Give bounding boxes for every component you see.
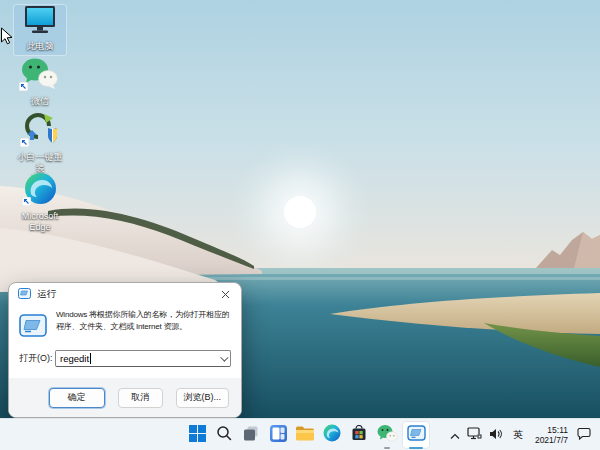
chevron-down-icon[interactable] xyxy=(220,353,228,361)
task-view-button[interactable] xyxy=(239,423,263,447)
run-dialog-body-icon xyxy=(19,314,47,341)
running-indicator xyxy=(384,447,390,450)
active-window-indicator xyxy=(409,447,423,450)
icon-label-line2: Edge xyxy=(29,222,50,233)
close-icon[interactable] xyxy=(209,283,241,305)
run-window-icon xyxy=(18,285,31,303)
desktop-icon-wechat[interactable]: 微信 xyxy=(14,57,66,107)
desktop-icon-this-pc[interactable]: 此电脑 xyxy=(14,5,66,55)
open-combobox[interactable]: regedit xyxy=(55,350,231,367)
network-button[interactable] xyxy=(465,423,484,447)
edge-icon xyxy=(323,424,341,446)
hidden-icons-button[interactable] xyxy=(448,423,462,447)
cancel-button[interactable]: 取消 xyxy=(118,388,163,408)
chat-bubble-icon xyxy=(577,426,591,444)
clock-time: 15:11 xyxy=(547,425,568,435)
run-icon xyxy=(407,425,426,445)
chevron-up-icon xyxy=(450,426,460,444)
icon-label-line1: 小白一键重装 xyxy=(14,152,66,173)
shortcut-arrow-badge xyxy=(22,192,31,210)
volume-button[interactable] xyxy=(487,423,505,447)
desktop-icon-xiaobai-reinstall[interactable]: 小白一键重装 系统 xyxy=(14,112,66,174)
ime-indicator[interactable]: 英 xyxy=(508,423,528,447)
shortcut-arrow-badge xyxy=(19,77,28,95)
run-dialog-description: Windows 将根据你所输入的名称，为你打开相应的程序、文件夹、文档或 Int… xyxy=(56,309,231,341)
clock[interactable]: 15:11 2021/7/7 xyxy=(535,425,568,445)
widgets-button[interactable] xyxy=(266,423,290,447)
icon-label-line1: Microsoft xyxy=(22,211,59,222)
ethernet-icon xyxy=(467,426,482,444)
mouse-cursor xyxy=(0,27,13,50)
text-caret xyxy=(90,353,91,364)
notification-center-button[interactable] xyxy=(575,423,593,447)
run-dialog-title: 运行 xyxy=(37,288,56,301)
wechat-icon xyxy=(21,57,59,94)
desktop-icon-microsoft-edge[interactable]: Microsoft Edge xyxy=(14,172,66,230)
ok-button[interactable]: 确定 xyxy=(49,388,105,408)
wechat-taskbar-button[interactable] xyxy=(374,422,400,448)
widgets-icon xyxy=(270,425,287,446)
xiaobai-reinstall-icon xyxy=(22,112,58,150)
speaker-icon xyxy=(489,426,503,444)
file-explorer-icon xyxy=(296,426,314,445)
search-icon xyxy=(216,425,232,445)
ime-label: 英 xyxy=(510,428,526,442)
wechat-icon xyxy=(377,424,398,447)
search-button[interactable] xyxy=(212,423,236,447)
store-icon xyxy=(351,425,367,445)
start-icon xyxy=(189,425,206,446)
this-pc-icon xyxy=(22,5,58,39)
run-dialog: 运行 Windows 将根据你所输入的名称，为你打开相应的程序、文件夹、文档或 … xyxy=(8,282,242,418)
taskbar: 英 15:11 2021/7/7 xyxy=(0,418,600,450)
open-combobox-value: regedit xyxy=(60,353,89,364)
store-button[interactable] xyxy=(347,423,371,447)
browse-button[interactable]: 浏览(B)... xyxy=(176,388,230,408)
edge-icon xyxy=(24,172,57,209)
open-label: 打开(O): xyxy=(19,352,55,365)
edge-button[interactable] xyxy=(320,423,344,447)
file-explorer-button[interactable] xyxy=(293,423,317,447)
run-dialog-footer: 确定 取消 浏览(B)... xyxy=(9,378,241,417)
run-taskbar-button[interactable] xyxy=(403,422,429,448)
icon-label: 微信 xyxy=(31,96,49,107)
icon-label: 此电脑 xyxy=(27,41,54,52)
clock-date: 2021/7/7 xyxy=(535,435,568,445)
shortcut-arrow-badge xyxy=(20,133,29,151)
task-view-icon xyxy=(243,425,259,445)
run-dialog-titlebar[interactable]: 运行 xyxy=(9,283,241,305)
start-button[interactable] xyxy=(185,423,209,447)
